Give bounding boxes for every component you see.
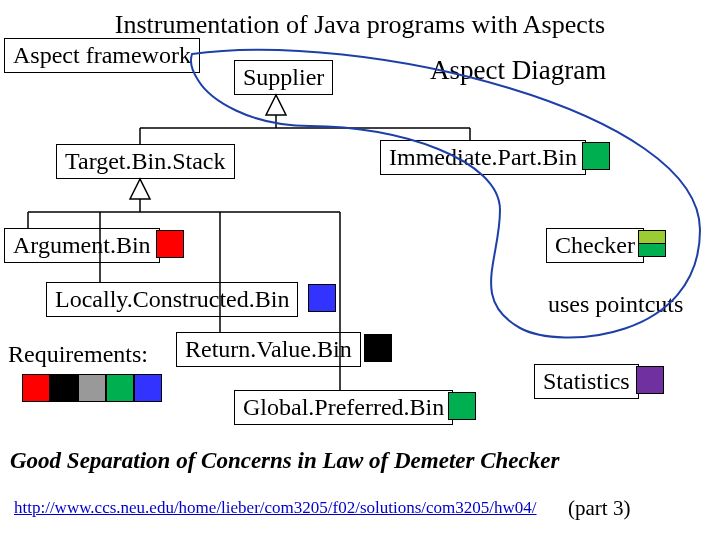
global-swatch	[448, 392, 476, 420]
req-swatch-5	[134, 374, 162, 402]
part-label: (part 3)	[568, 496, 630, 521]
caption-text: Good Separation of Concerns in Law of De…	[10, 448, 559, 474]
immediate-part-bin-box: Immediate.Part.Bin	[380, 140, 586, 175]
target-bin-stack-box: Target.Bin.Stack	[56, 144, 235, 179]
req-swatch-3	[78, 374, 106, 402]
uses-pointcuts-label: uses pointcuts	[548, 290, 683, 319]
svg-marker-0	[266, 95, 286, 115]
locally-constructed-bin-box: Locally.Constructed.Bin	[46, 282, 298, 317]
checker-swatch-2	[638, 243, 666, 257]
argument-bin-box: Argument.Bin	[4, 228, 160, 263]
checker-box: Checker	[546, 228, 644, 263]
requirements-label: Requirements:	[8, 340, 148, 369]
immediate-swatch	[582, 142, 610, 170]
return-swatch	[364, 334, 392, 362]
supplier-box: Supplier	[234, 60, 333, 95]
req-swatch-4	[106, 374, 134, 402]
statistics-swatch	[636, 366, 664, 394]
checker-swatch-1	[638, 230, 666, 244]
argument-swatch	[156, 230, 184, 258]
aspect-diagram-label: Aspect Diagram	[430, 54, 606, 86]
statistics-box: Statistics	[534, 364, 639, 399]
footer-link[interactable]: http://www.ccs.neu.edu/home/lieber/com32…	[14, 498, 537, 518]
req-swatch-2	[50, 374, 78, 402]
req-swatch-1	[22, 374, 50, 402]
global-preferred-bin-box: Global.Preferred.Bin	[234, 390, 453, 425]
page-title: Instrumentation of Java programs with As…	[0, 10, 720, 40]
locally-swatch	[308, 284, 336, 312]
aspect-framework-box: Aspect framework	[4, 38, 200, 73]
svg-marker-5	[130, 179, 150, 199]
return-value-bin-box: Return.Value.Bin	[176, 332, 361, 367]
